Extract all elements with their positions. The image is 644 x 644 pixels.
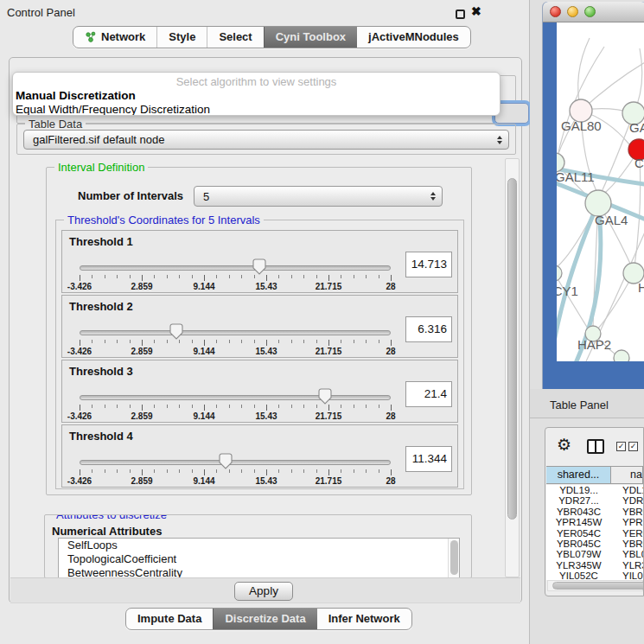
table-row[interactable]: YDL19...YDL1 xyxy=(546,485,643,495)
threshold-slider-track[interactable] xyxy=(80,460,391,465)
slider-tick xyxy=(278,340,279,343)
table-panel-titlebar: Table Panel xyxy=(530,389,644,418)
network-node-label: GA xyxy=(629,120,644,135)
threshold-slider-thumb[interactable] xyxy=(252,258,266,275)
zoom-traffic-light-icon[interactable] xyxy=(584,6,596,17)
checkbox-icon[interactable]: ✓ xyxy=(628,442,638,451)
threshold-value-field[interactable]: 21.4 xyxy=(405,381,452,407)
threshold-slider-track[interactable] xyxy=(80,395,391,400)
name-cell[interactable]: YIL0 xyxy=(611,571,643,580)
network-canvas[interactable]: GAL80GACGAL11GAL4GCY1HHAP2 xyxy=(557,22,644,361)
slider-tick xyxy=(192,469,193,473)
number-of-intervals-combobox[interactable]: 5 xyxy=(194,186,443,207)
table-row[interactable]: YBR043CYBR0 xyxy=(546,507,643,517)
close-traffic-light-icon[interactable] xyxy=(550,6,561,17)
close-icon[interactable]: ✖ xyxy=(471,4,481,18)
table-horizontal-scrollbar[interactable] xyxy=(547,580,643,591)
tab-style[interactable]: Style xyxy=(156,27,207,48)
table-row[interactable]: YBR045CYBR0 xyxy=(546,539,643,549)
slider-tick-label: 28 xyxy=(386,411,395,421)
name-cell[interactable]: YPR1 xyxy=(611,517,643,527)
table-panel: ⚙ ✓ ✓ shared... na YDL19...YDL1YDR27...Y… xyxy=(545,427,644,596)
name-cell[interactable]: YER0 xyxy=(611,528,643,539)
shared-name-cell[interactable]: YLR345W xyxy=(546,560,611,571)
tab-cyni-toolbox[interactable]: Cyni Toolbox xyxy=(264,27,357,48)
numerical-attribute-item[interactable]: TopologicalCoefficient xyxy=(59,552,459,566)
table-row[interactable]: YDR27...YDR2 xyxy=(546,495,643,506)
slider-tick xyxy=(117,340,118,343)
shared-name-cell[interactable]: YBL079W xyxy=(546,549,611,559)
checkbox-icon[interactable]: ✓ xyxy=(616,442,626,451)
threshold-value-field[interactable]: 6.316 xyxy=(405,316,452,342)
network-node-node-bottom[interactable] xyxy=(614,350,629,361)
tab-impute-data[interactable]: Impute Data xyxy=(126,609,213,629)
name-cell[interactable]: YLR3 xyxy=(611,560,643,571)
table-row[interactable]: YER054CYER0 xyxy=(546,528,643,539)
threshold-slider-thumb[interactable] xyxy=(169,323,183,340)
name-cell[interactable]: YBR0 xyxy=(611,539,643,549)
float-window-icon[interactable] xyxy=(456,10,465,19)
threshold-value-field[interactable]: 11.344 xyxy=(405,446,452,472)
table-row[interactable]: YLR345WYLR3 xyxy=(546,560,643,571)
table-row[interactable]: YBL079WYBL0 xyxy=(546,549,643,559)
table-scrollbar-thumb[interactable] xyxy=(552,582,644,590)
slider-tick-label: -3.426 xyxy=(67,347,92,356)
network-node-GCY1[interactable] xyxy=(557,265,562,281)
tab-select[interactable]: Select xyxy=(207,27,263,48)
slider-tick xyxy=(229,340,230,343)
slider-tick xyxy=(366,340,367,343)
interval-definition-group: Interval Definition Number of Intervals … xyxy=(46,167,472,495)
attributes-scrollbar-thumb[interactable] xyxy=(450,540,458,575)
slider-tick-label: 2.859 xyxy=(131,411,152,421)
slider-tick xyxy=(204,340,205,346)
tab-network[interactable]: Network xyxy=(73,27,156,48)
tab-network-label: Network xyxy=(101,27,145,48)
name-cell[interactable]: YDL1 xyxy=(611,485,643,495)
table-data-combobox[interactable]: galFiltered.sif default node xyxy=(23,130,509,150)
slider-tick xyxy=(379,340,379,343)
threshold-slider-thumb[interactable] xyxy=(318,388,332,405)
slider-tick xyxy=(278,275,279,278)
column-header-name[interactable]: na xyxy=(611,467,643,483)
shared-name-cell[interactable]: YBR045C xyxy=(546,539,611,549)
slider-tick xyxy=(354,405,354,408)
apply-button[interactable]: Apply xyxy=(234,582,293,601)
shared-name-cell[interactable]: YBR043C xyxy=(546,507,611,517)
attributes-list-scrollbar[interactable] xyxy=(448,539,459,577)
shared-name-cell[interactable]: YIL052C xyxy=(546,571,611,580)
column-layout-icon[interactable] xyxy=(587,439,604,454)
threshold-slider-thumb[interactable] xyxy=(219,453,233,469)
tab-discretize-data[interactable]: Discretize Data xyxy=(213,609,316,629)
threshold-value-field[interactable]: 14.713 xyxy=(405,252,452,277)
shared-name-cell[interactable]: YPR145W xyxy=(546,517,611,527)
slider-tick-label: 9.144 xyxy=(193,282,214,291)
numerical-attribute-item[interactable]: SelfLoops xyxy=(59,539,459,552)
algorithm-option-equal-width[interactable]: Equal Width/Frequency Discretization xyxy=(13,103,500,116)
slider-tick xyxy=(142,340,143,346)
slider-tick-label: 21.715 xyxy=(316,282,342,291)
gear-icon[interactable]: ⚙ xyxy=(557,437,571,453)
threshold-slider-track[interactable] xyxy=(80,265,391,271)
settings-scrollbar-thumb[interactable] xyxy=(507,178,517,520)
shared-name-cell[interactable]: YDL19... xyxy=(546,485,611,495)
numerical-attribute-item[interactable]: BetweennessCentrality xyxy=(59,566,459,577)
network-node-label: GCY1 xyxy=(557,284,578,298)
table-row[interactable]: YPR145WYPR1 xyxy=(546,517,643,527)
slider-tick xyxy=(105,275,105,278)
tab-jactivemnodules[interactable]: jActiveMNodules xyxy=(357,27,470,48)
shared-name-cell[interactable]: YDR27... xyxy=(546,495,611,506)
slider-tick xyxy=(142,405,143,411)
tab-infer-network[interactable]: Infer Network xyxy=(317,609,411,629)
minimize-traffic-light-icon[interactable] xyxy=(567,6,578,17)
name-cell[interactable]: YBL0 xyxy=(611,549,643,559)
column-header-shared-name[interactable]: shared... xyxy=(546,467,611,483)
network-window-titlebar[interactable] xyxy=(543,2,644,22)
name-cell[interactable]: YBR0 xyxy=(611,507,643,517)
shared-name-cell[interactable]: YER054C xyxy=(546,528,611,539)
name-cell[interactable]: YDR2 xyxy=(611,495,643,506)
table-row[interactable]: YIL052CYIL0 xyxy=(546,571,643,580)
algorithm-option-manual[interactable]: Manual Discretization xyxy=(13,89,500,103)
settings-vertical-scrollbar[interactable] xyxy=(505,158,520,577)
threshold-slider-track[interactable] xyxy=(80,330,391,335)
slider-tick xyxy=(154,405,155,408)
